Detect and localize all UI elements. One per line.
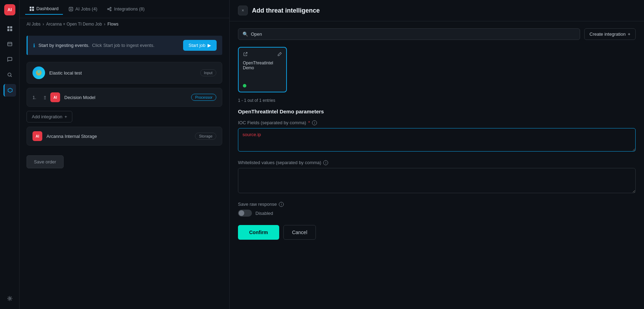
- svg-rect-10: [30, 9, 31, 10]
- svg-rect-8: [30, 6, 31, 8]
- svg-point-13: [108, 8, 109, 10]
- save-raw-info-icon[interactable]: i: [279, 202, 284, 207]
- save-raw-group: Save raw response i Disabled: [238, 202, 636, 217]
- svg-rect-11: [32, 9, 34, 10]
- page-content: ℹ Start by ingesting events. Click Start…: [20, 30, 229, 309]
- flow-sidebar-icon[interactable]: [3, 84, 16, 97]
- input-badge: Input: [200, 69, 216, 76]
- params-title: OpenThreatIntel Demo parameters: [238, 108, 636, 114]
- modal-panel: × Add threat intelligence 🔍 Create integ…: [229, 0, 644, 309]
- add-integration-button[interactable]: Add integration +: [27, 111, 72, 122]
- grid-icon[interactable]: [3, 22, 16, 35]
- jobs-icon[interactable]: [3, 38, 16, 50]
- dashboard-icon: [29, 6, 34, 11]
- modal-close-button[interactable]: ×: [238, 6, 248, 15]
- cancel-button[interactable]: Cancel: [283, 225, 316, 240]
- breadcrumb: AI Jobs › Arcanna + Open TI Demo Job › F…: [20, 18, 229, 30]
- svg-rect-2: [7, 29, 9, 31]
- confirm-button[interactable]: Confirm: [238, 225, 279, 240]
- integration-cards: OpenThreatIntel Demo: [238, 47, 636, 92]
- svg-rect-3: [10, 29, 12, 31]
- entries-count: 1 - 1 out of 1 entries: [238, 98, 636, 103]
- banner-subtext: Click Start job to ingest events.: [92, 43, 154, 48]
- processor-badge: Processor: [191, 94, 216, 101]
- storage-label: Arcanna Internal Storage: [46, 134, 191, 139]
- arcanna-icon-small: AI: [50, 92, 60, 102]
- svg-rect-0: [7, 26, 9, 28]
- integrations-icon: [107, 7, 112, 12]
- flow-item-elastic: Elastic local test Input: [27, 62, 222, 84]
- flow-item-decision: 1. ⣿ AI Decision Model Processor: [27, 88, 222, 107]
- nav-dashboard[interactable]: Dashboard: [25, 3, 63, 15]
- breadcrumb-sep-1: ›: [43, 22, 44, 27]
- banner-text: Start by ingesting events. Click Start j…: [38, 43, 154, 48]
- card-name: OpenThreatIntel Demo: [243, 61, 282, 70]
- svg-marker-6: [8, 88, 12, 92]
- save-order-button[interactable]: Save order: [27, 155, 64, 168]
- storage-badge: Storage: [195, 133, 216, 140]
- create-integration-button[interactable]: Create integration +: [584, 28, 636, 40]
- comments-icon[interactable]: [3, 53, 16, 66]
- save-raw-label: Save raw response i: [238, 202, 636, 207]
- search-input-wrap: 🔍: [238, 28, 580, 40]
- svg-point-5: [8, 73, 11, 76]
- info-banner: ℹ Start by ingesting events. Click Start…: [27, 36, 222, 55]
- svg-point-17: [37, 70, 40, 73]
- breadcrumb-flows: Flows: [108, 22, 118, 27]
- search-row: 🔍 Create integration +: [238, 28, 636, 40]
- svg-rect-1: [10, 26, 12, 28]
- drag-handle[interactable]: ⣿: [44, 96, 46, 99]
- nav-ai-jobs[interactable]: AI Jobs (4): [64, 3, 102, 14]
- breadcrumb-ai-jobs[interactable]: AI Jobs: [27, 22, 41, 27]
- link-icon: [243, 52, 248, 58]
- info-icon: ℹ: [33, 43, 35, 48]
- whitelisted-values-group: Whitelisted values (separated by comma) …: [238, 160, 636, 195]
- breadcrumb-sep-2: ›: [104, 22, 106, 27]
- svg-point-14: [110, 7, 111, 8]
- modal-title: Add threat intelligence: [252, 7, 320, 14]
- toggle-row: Disabled: [238, 210, 636, 217]
- flow-number-1: 1.: [32, 95, 39, 100]
- svg-point-15: [110, 9, 111, 11]
- decision-model-label: Decision Model: [64, 95, 187, 100]
- top-nav: Dashboard AI Jobs (4) Integrations (8): [20, 0, 229, 18]
- card-status-indicator: [243, 84, 246, 87]
- ioc-fields-label: IOC Fields (separated by comma) * i: [238, 120, 636, 125]
- ioc-fields-input[interactable]: source.ip: [238, 128, 636, 152]
- action-row: Confirm Cancel: [238, 225, 636, 240]
- elastic-label: Elastic local test: [49, 70, 196, 76]
- search-icon: 🔍: [243, 31, 248, 37]
- search-sidebar-icon[interactable]: [3, 69, 16, 81]
- modal-body: 🔍 Create integration +: [230, 21, 644, 309]
- edit-icon[interactable]: [277, 52, 282, 58]
- logo[interactable]: AI: [4, 4, 15, 15]
- whitelist-info-icon[interactable]: i: [323, 160, 328, 165]
- ai-jobs-icon: [68, 7, 73, 12]
- svg-point-7: [9, 298, 10, 300]
- start-job-button[interactable]: Start job ▶: [183, 40, 217, 51]
- create-plus-icon: +: [628, 31, 630, 37]
- plus-icon: +: [64, 114, 67, 119]
- breadcrumb-job[interactable]: Arcanna + Open TI Demo Job: [46, 22, 102, 27]
- svg-rect-9: [32, 6, 34, 8]
- card-icons-row: [243, 52, 282, 58]
- main-content: Dashboard AI Jobs (4) Integrations (8) A…: [20, 0, 229, 309]
- close-icon: ×: [241, 8, 244, 13]
- sidebar: AI: [0, 0, 20, 309]
- ioc-info-icon[interactable]: i: [312, 120, 317, 125]
- nav-integrations[interactable]: Integrations (8): [103, 3, 149, 14]
- required-marker: *: [308, 120, 310, 125]
- svg-rect-4: [8, 42, 12, 46]
- modal-header: × Add threat intelligence: [230, 0, 644, 21]
- openthreatintel-card[interactable]: OpenThreatIntel Demo: [238, 47, 287, 92]
- arcanna-icon-storage: AI: [32, 131, 42, 141]
- save-raw-toggle[interactable]: [238, 210, 252, 217]
- search-input[interactable]: [251, 31, 576, 37]
- whitelisted-label: Whitelisted values (separated by comma) …: [238, 160, 636, 165]
- elastic-icon: [32, 66, 45, 79]
- flow-item-storage: AI Arcanna Internal Storage Storage: [27, 127, 222, 146]
- whitelisted-values-input[interactable]: [238, 168, 636, 193]
- toggle-disabled-label: Disabled: [255, 211, 273, 216]
- settings-sidebar-icon[interactable]: [3, 292, 16, 305]
- toggle-thumb: [239, 210, 244, 216]
